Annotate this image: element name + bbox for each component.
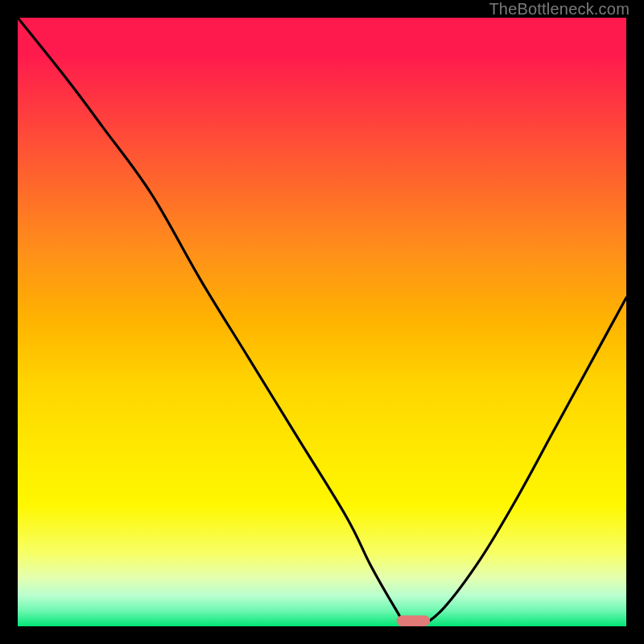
optimal-marker — [397, 615, 431, 626]
chart-svg — [18, 18, 626, 626]
watermark-text: TheBottleneck.com — [489, 0, 630, 18]
chart-frame: TheBottleneck.com — [0, 0, 644, 644]
bottleneck-curve — [18, 18, 626, 626]
